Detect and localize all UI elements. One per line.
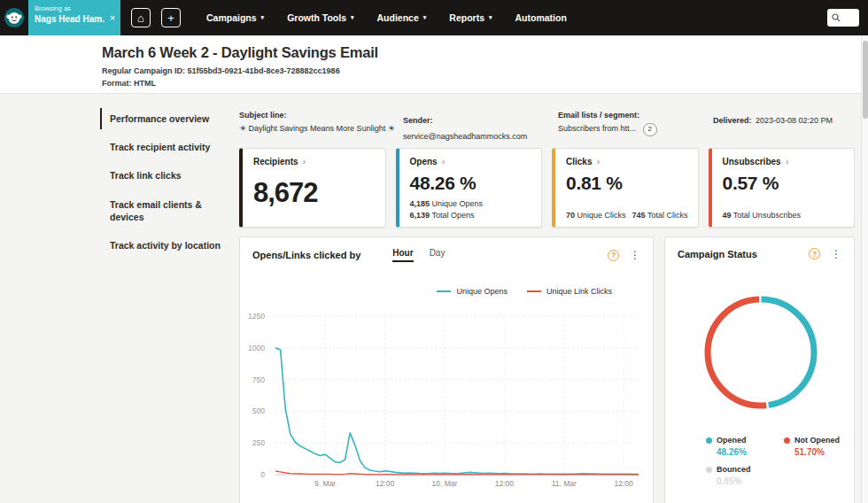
unique-opens-label: Unique Opens (432, 199, 484, 208)
nav-automation[interactable]: Automation (504, 0, 578, 35)
recipients-value: 8,672 (253, 177, 375, 209)
opened-dot-icon (706, 437, 712, 444)
report-nav-sidebar: Performance overview Track recipient act… (100, 108, 231, 263)
nav-growth-tools[interactable]: Growth Tools ▾ (275, 0, 365, 35)
campaign-status-card: Campaign Status ? ⋮ Opened 48.26% Not Op… (664, 236, 855, 503)
chevron-down-icon: ▾ (489, 14, 492, 21)
total-opens-label: Total Opens (431, 211, 474, 220)
sidebar-item-email-clients[interactable]: Track email clients & devices (100, 194, 231, 228)
email-lists-segment: Subscribers from htt... (558, 124, 636, 133)
chevron-down-icon: ▾ (261, 14, 265, 21)
unsubscribes-details: 49 Total Unsubscribes (723, 208, 849, 220)
toggle-day[interactable]: Day (430, 248, 446, 262)
home-button[interactable]: ⌂ (131, 8, 151, 27)
help-icon[interactable]: ? (608, 250, 619, 261)
metric-card-opens[interactable]: Opens › 48.26 % 4,185 Unique Opens 6,139… (396, 148, 543, 228)
subject-line-value: ☀ Daylight Savings Means More Sunlight ☀ (239, 123, 403, 134)
metric-head: Recipients › (253, 157, 375, 166)
opens-details: 4,185 Unique Opens 6,139 Total Opens (410, 197, 537, 220)
nav-audience[interactable]: Audience ▾ (366, 0, 438, 35)
metric-card-clicks[interactable]: Clicks › 0.81 % 70 Unique Clicks745 Tota… (552, 148, 699, 228)
total-opens-count: 6,139 (410, 211, 430, 220)
total-unsubscribes-label: Total Unsubscribes (733, 211, 801, 220)
nav-reports[interactable]: Reports ▾ (438, 0, 503, 35)
unsubscribes-value: 0.57 % (723, 173, 844, 194)
legend-not-opened: Not Opened 51.70% (784, 436, 840, 457)
chart-header-icons: ? ⋮ (608, 250, 640, 261)
campaign-format: Format: HTML (102, 79, 868, 88)
email-lists-info: Email lists / segment: Subscribers from … (558, 111, 713, 143)
metric-card-recipients[interactable]: Recipients › 8,672 (239, 148, 386, 228)
hour-day-toggle: Hour Day (392, 248, 461, 262)
close-browsing-as-button[interactable]: × (105, 0, 120, 35)
subject-line-label: Subject line: (239, 111, 403, 120)
unique-clicks-label: Unique Clicks (577, 211, 626, 220)
metric-head: Unsubscribes › (723, 157, 844, 166)
clicks-details: 70 Unique Clicks745 Total Clicks (566, 208, 693, 220)
sidebar-item-link-clicks[interactable]: Track link clicks (100, 165, 231, 186)
not-opened-dot-icon (784, 437, 790, 444)
sender-value: service@nagsheadhammocks.com (403, 132, 527, 141)
campaign-info-row: Subject line: ☀ Daylight Savings Means M… (239, 111, 859, 143)
primary-nav: Campaigns ▾ Growth Tools ▾ Audience ▾ Re… (195, 0, 578, 35)
opens-links-chart-card: Opens/Links clicked by Hour Day ? ⋮ Uniq… (239, 236, 654, 503)
metric-head: Opens › (410, 157, 531, 166)
browsing-as-label: Browsing as (35, 4, 105, 12)
search-input[interactable] (827, 9, 859, 27)
total-unsubscribes-detail: 49 Total Unsubscribes (723, 211, 849, 220)
status-card-header: Campaign Status ? ⋮ (665, 237, 854, 259)
clicks-detail: 70 Unique Clicks745 Total Clicks (566, 211, 693, 220)
y-axis-labels: 025050075010001250 (240, 313, 270, 476)
opened-label: Opened (717, 436, 747, 445)
nav-campaigns[interactable]: Campaigns ▾ (195, 0, 275, 35)
sender-info: Sender: service@nagsheadhammocks.com (403, 111, 558, 143)
delivered-value: 2023-03-08 02:20 PM (756, 116, 833, 125)
create-button[interactable]: + (161, 8, 181, 27)
browsing-as-account: Nags Head Ham... (35, 14, 105, 24)
toggle-hour[interactable]: Hour (392, 248, 413, 262)
delivered-info: Delivered: 2023-03-08 02:20 PM (713, 111, 859, 143)
status-legend: Opened 48.26% Not Opened 51.70% Bounced … (706, 436, 840, 486)
kebab-menu-icon[interactable]: ⋮ (630, 250, 640, 260)
chevron-down-icon: ▾ (351, 14, 354, 21)
freddie-face-icon (4, 7, 25, 28)
browsing-as-banner: Browsing as Nags Head Ham... × (28, 0, 120, 35)
bounced-label: Bounced (717, 465, 751, 474)
email-lists-value: Subscribers from htt... 2 (558, 123, 713, 136)
unique-opens-detail: 4,185 Unique Opens (410, 199, 537, 208)
legend-unique-opens: Unique Opens (437, 287, 508, 296)
page-header: March 6 Week 2 - Daylight Savings Email … (0, 35, 868, 94)
legend-swatch-unique-opens (437, 290, 451, 292)
browsing-as-text: Browsing as Nags Head Ham... (28, 0, 105, 35)
chevron-down-icon: ▾ (423, 14, 427, 21)
kebab-menu-icon[interactable]: ⋮ (831, 249, 841, 259)
sidebar-item-performance-overview[interactable]: Performance overview (100, 108, 231, 129)
sidebar-item-location[interactable]: Track activity by location (100, 235, 231, 256)
chevron-right-icon: › (786, 157, 789, 166)
sender-label: Sender: (403, 116, 433, 125)
status-header-icons: ? ⋮ (809, 248, 841, 259)
legend-bounced: Bounced 0.05% (706, 465, 784, 486)
not-opened-label: Not Opened (794, 436, 840, 445)
legend-opened-row: Opened (706, 436, 784, 445)
sidebar-item-recipient-activity[interactable]: Track recipient activity (100, 136, 231, 158)
campaign-status-donut-chart (694, 286, 827, 419)
line-chart (275, 313, 639, 476)
top-navbar: Browsing as Nags Head Ham... × ⌂ + Campa… (0, 0, 868, 35)
total-clicks-count: 745 (632, 211, 646, 220)
search-icon (832, 13, 841, 22)
lists-count-badge[interactable]: 2 (643, 123, 657, 136)
status-card-title: Campaign Status (678, 249, 757, 259)
nav-growth-tools-label: Growth Tools (287, 12, 346, 23)
subject-line-info: Subject line: ☀ Daylight Savings Means M… (239, 111, 403, 143)
not-opened-value: 51.70% (794, 447, 840, 457)
page-title: March 6 Week 2 - Daylight Savings Email (102, 44, 868, 61)
nav-campaigns-label: Campaigns (206, 12, 257, 23)
mailchimp-logo-icon[interactable] (0, 0, 28, 35)
donut-chart-wrap (694, 286, 827, 422)
help-icon[interactable]: ? (809, 248, 820, 259)
metric-card-unsubscribes[interactable]: Unsubscribes › 0.57 % 49 Total Unsubscri… (709, 148, 856, 228)
scrollbar-thumb[interactable] (863, 41, 868, 119)
unique-opens-count: 4,185 (410, 199, 430, 208)
nav-audience-label: Audience (377, 12, 419, 23)
